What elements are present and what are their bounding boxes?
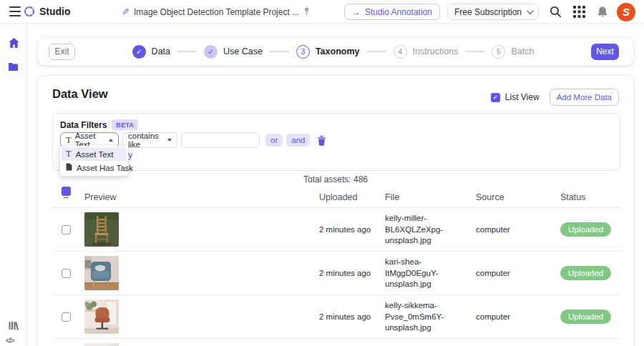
chevron-down-icon (527, 7, 534, 14)
project-title[interactable]: Image Object Detection Template Project … (134, 7, 299, 17)
or-chip[interactable]: or (265, 134, 283, 147)
exit-button[interactable]: Exit (49, 44, 75, 60)
stepper: ✓ Data ✓ Use Case 3 Taxonomy 4 Instructi… (75, 45, 591, 59)
table-row[interactable]: 2 minutes ago kelly-miller-BL6XQLZeXpg-u… (52, 208, 620, 252)
add-more-data-button[interactable]: Add More Data (550, 89, 619, 106)
step-complete-circle: ✓ (204, 45, 218, 59)
bell-icon[interactable] (593, 3, 612, 21)
filter-operator-select[interactable]: contains like (122, 132, 177, 148)
asset-thumbnail[interactable] (84, 300, 119, 334)
source-cell: computer (476, 252, 510, 295)
column-header-file[interactable]: File (385, 187, 399, 208)
project-title-group: ✎ Image Object Detection Template Projec… (122, 0, 310, 24)
text-type-icon: T (66, 149, 72, 159)
status-cell: Uploaded (560, 310, 611, 324)
indeterminate-icon: – (64, 187, 69, 208)
status-badge: Uploaded (560, 266, 611, 280)
list-view-label: List View (505, 92, 540, 102)
filter-value-input[interactable] (181, 132, 260, 148)
dropdown-option-label: Asset Has Task (77, 164, 133, 172)
filter-field-dropdown: T Asset Text Asset Has Task (60, 146, 128, 176)
check-icon: ✓ (208, 48, 213, 56)
data-view-card: Data View ✓ List View Add More Data Data… (37, 75, 634, 346)
row-checkbox[interactable] (62, 269, 71, 278)
table-row[interactable]: 2 minutes ago kelly-sikkema-Pvse_0mSm6Y-… (52, 295, 620, 339)
sidebar-item-data[interactable] (3, 56, 24, 77)
dropdown-option-asset-text[interactable]: T Asset Text (62, 147, 127, 161)
step-label: Batch (511, 46, 534, 56)
step-instructions[interactable]: 4 Instructions (394, 45, 459, 59)
pencil-icon[interactable]: ✎ (122, 7, 130, 16)
step-taxonomy[interactable]: 3 Taxonomy (296, 45, 360, 59)
column-header-source[interactable]: Source (476, 187, 504, 208)
studio-annotation-label: Studio Annotation (365, 7, 432, 17)
caret-down-icon (167, 139, 172, 142)
list-view-toggle[interactable]: ✓ List View (491, 92, 540, 102)
asset-thumbnail[interactable] (84, 256, 119, 290)
step-complete-circle: ✓ (132, 45, 146, 59)
subscription-label: Free Subscription (454, 7, 522, 17)
uploaded-cell: 2 minutes ago (319, 252, 371, 295)
column-header-status[interactable]: Status (560, 187, 585, 208)
apps-grid-icon[interactable] (570, 3, 588, 21)
app-window: Studio ✎ Image Object Detection Template… (0, 0, 644, 346)
table-row[interactable]: 2 minutes ago kari-shea-ItMggD0EguY-unsp… (52, 252, 620, 295)
trash-icon[interactable] (316, 134, 327, 147)
app-name: Studio (39, 6, 71, 17)
select-all-checkbox[interactable]: – (62, 187, 71, 196)
step-connector (367, 51, 386, 52)
filters-title: Data Filters (60, 120, 107, 130)
caret-up-icon (109, 139, 113, 142)
folder-icon (8, 62, 19, 71)
filters-title-row: Data Filters BETA (60, 119, 138, 130)
avatar[interactable]: S (617, 3, 635, 21)
step-label: Data (152, 46, 170, 56)
step-number-circle: 4 (394, 45, 407, 59)
page-title: Data View (52, 87, 108, 101)
home-icon[interactable] (7, 36, 20, 49)
topbar-actions: → Studio Annotation Free Subscription (344, 0, 644, 24)
search-icon[interactable] (546, 3, 565, 21)
step-use-case[interactable]: ✓ Use Case (204, 45, 263, 59)
studio-logo (24, 6, 35, 17)
file-cell: kelly-miller-BL6XQLZeXpg-unsplash.jpg (385, 213, 474, 247)
sidebar: </> (0, 24, 27, 346)
and-chip[interactable]: and (286, 134, 310, 147)
status-badge: Uploaded (560, 222, 611, 237)
column-header-uploaded[interactable]: Uploaded (319, 187, 358, 208)
table-row-partial (52, 339, 620, 346)
data-view-controls: ✓ List View Add More Data (491, 89, 619, 106)
file-cell: kari-shea-ItMggD0EguY-unsplash.jpg (385, 257, 474, 290)
step-batch[interactable]: 5 Batch (492, 45, 534, 59)
step-connector (177, 51, 197, 52)
asset-thumbnail[interactable] (84, 212, 119, 247)
menu-icon[interactable] (9, 6, 21, 16)
step-label: Instructions (413, 46, 459, 56)
studio-annotation-button[interactable]: → Studio Annotation (344, 4, 440, 20)
checkbox-checked-icon[interactable]: ✓ (491, 93, 500, 102)
pin-icon[interactable] (303, 6, 310, 19)
library-icon[interactable] (7, 320, 20, 331)
step-number-circle: 3 (296, 45, 310, 59)
dropdown-option-asset-has-task[interactable]: Asset Has Task (62, 161, 127, 174)
stepper-card: Exit ✓ Data ✓ Use Case 3 Taxonomy 4 Inst… (37, 37, 634, 66)
table-body: 2 minutes ago kelly-miller-BL6XQLZeXpg-u… (52, 208, 620, 339)
file-cell: kelly-sikkema-Pvse_0mSm6Y-unsplash.jpg (385, 300, 474, 334)
uploaded-cell: 2 minutes ago (319, 208, 371, 252)
source-cell: computer (476, 295, 510, 339)
asset-thumbnail-partial (84, 343, 119, 346)
step-connector (465, 51, 484, 52)
row-checkbox[interactable] (62, 225, 71, 234)
code-icon[interactable]: </> (6, 337, 14, 345)
step-data[interactable]: ✓ Data (132, 45, 170, 59)
status-badge: Uploaded (560, 310, 611, 324)
filter-operator-value: contains like (128, 132, 164, 149)
step-label: Taxonomy (316, 46, 360, 56)
subscription-button[interactable]: Free Subscription (447, 4, 539, 20)
status-cell: Uploaded (560, 222, 611, 237)
column-header-preview[interactable]: Preview (84, 187, 116, 208)
next-button[interactable]: Next (591, 44, 619, 60)
row-checkbox[interactable] (62, 312, 71, 322)
assets-table: – Preview Uploaded File Source Status 2 … (52, 187, 620, 346)
text-type-icon: T (66, 136, 72, 145)
